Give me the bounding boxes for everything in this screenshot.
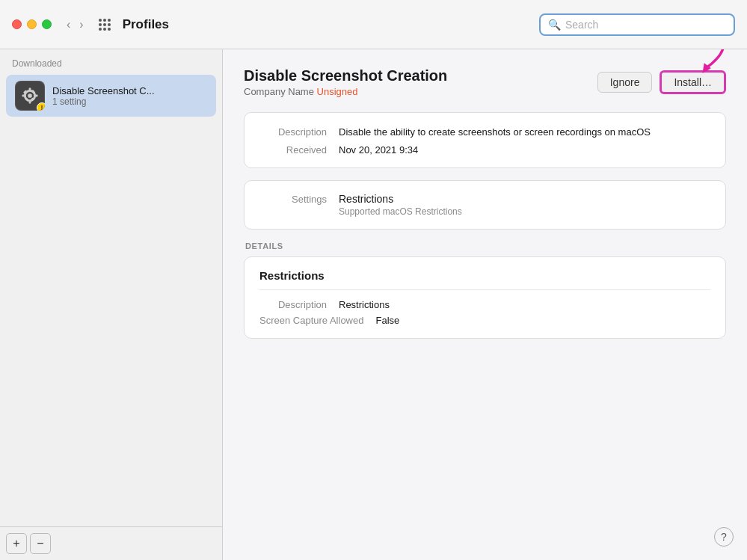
svg-point-2: [28, 93, 32, 98]
svg-rect-5: [22, 95, 26, 97]
details-card-title: Restrictions: [259, 269, 710, 290]
ignore-button[interactable]: Ignore: [597, 72, 653, 93]
settings-label: Settings: [259, 194, 327, 205]
help-button-wrap: ?: [714, 527, 734, 547]
profile-header: Disable Screenshot Creation Company Name…: [244, 67, 726, 97]
settings-sub: Supported macOS Restrictions: [339, 206, 462, 217]
description-row: Description Disable the ability to creat…: [259, 125, 710, 140]
received-label: Received: [259, 144, 327, 156]
company-label: Company Name: [244, 86, 314, 97]
search-icon: 🔍: [548, 19, 561, 31]
maximize-button[interactable]: [42, 19, 52, 29]
details-section-label: DETAILS: [244, 241, 726, 250]
details-screen-capture-row: Screen Capture Allowed False: [259, 315, 710, 326]
profile-actions: Ignore Install…: [597, 70, 726, 94]
settings-row: Settings Restrictions Supported macOS Re…: [259, 193, 710, 217]
settings-name: Restrictions: [339, 193, 462, 205]
svg-rect-3: [29, 88, 31, 92]
page-title: Profiles: [123, 17, 530, 32]
settings-card: Settings Restrictions Supported macOS Re…: [244, 180, 726, 230]
details-card: Restrictions Description Restrictions Sc…: [244, 256, 726, 339]
search-box: 🔍: [539, 13, 735, 36]
sidebar-item-text: Disable Screenshot C... 1 setting: [52, 85, 207, 107]
received-row: Received Nov 20, 2021 9:34: [259, 144, 710, 156]
add-profile-button[interactable]: +: [6, 533, 27, 554]
settings-detail: Restrictions Supported macOS Restriction…: [339, 193, 462, 217]
description-value: Disable the ability to create screenshot…: [339, 125, 651, 140]
sidebar-item-sub: 1 setting: [52, 96, 207, 107]
close-button[interactable]: [12, 19, 22, 29]
details-description-value: Restrictions: [339, 299, 390, 310]
sidebar: Downloaded !: [0, 49, 223, 560]
traffic-lights: [12, 19, 52, 29]
back-button[interactable]: ‹: [64, 16, 73, 33]
svg-rect-6: [34, 95, 38, 97]
sidebar-item-name: Disable Screenshot C...: [52, 85, 207, 96]
profile-icon: !: [15, 81, 45, 111]
sidebar-section-label: Downloaded: [0, 49, 222, 73]
search-input[interactable]: [565, 19, 726, 31]
details-section: DETAILS Restrictions Description Restric…: [244, 241, 726, 339]
description-label: Description: [259, 126, 327, 138]
main-content: Downloaded !: [0, 49, 747, 560]
detail-panel: Disable Screenshot Creation Company Name…: [223, 49, 747, 560]
forward-button[interactable]: ›: [76, 16, 86, 33]
titlebar: ‹ › Profiles 🔍: [0, 0, 747, 49]
received-value: Nov 20, 2021 9:34: [339, 144, 418, 156]
profile-title: Disable Screenshot Creation: [244, 67, 447, 84]
warning-badge: !: [37, 102, 45, 111]
grid-icon: [99, 19, 111, 31]
minimize-button[interactable]: [27, 19, 37, 29]
details-description-row: Description Restrictions: [259, 299, 710, 310]
nav-buttons: ‹ ›: [64, 16, 87, 33]
help-button[interactable]: ?: [714, 527, 734, 547]
remove-profile-button[interactable]: −: [30, 533, 51, 554]
profile-title-block: Disable Screenshot Creation Company Name…: [244, 67, 447, 97]
company-value: Unsigned: [317, 86, 358, 97]
profile-company: Company Name Unsigned: [244, 86, 447, 97]
install-button[interactable]: Install…: [660, 70, 726, 94]
description-card: Description Disable the ability to creat…: [244, 112, 726, 168]
sidebar-item-profile[interactable]: ! Disable Screenshot C... 1 setting: [6, 75, 216, 117]
details-screen-capture-label: Screen Capture Allowed: [259, 315, 363, 326]
sidebar-footer: + −: [0, 526, 222, 560]
details-description-label: Description: [259, 299, 327, 310]
details-screen-capture-value: False: [375, 315, 399, 326]
